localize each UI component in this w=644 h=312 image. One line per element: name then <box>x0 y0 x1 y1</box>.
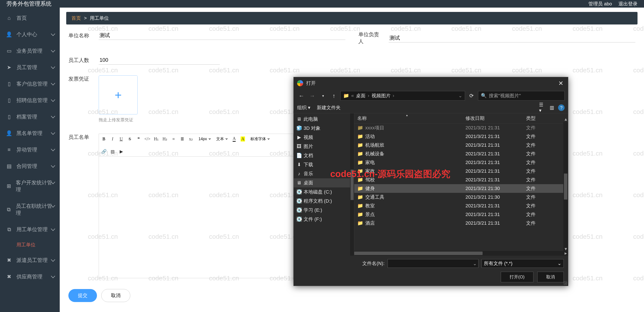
editor-body[interactable] <box>99 157 293 278</box>
sidebar-item-0[interactable]: ⌂首页 <box>0 10 60 26</box>
path-crumb-1[interactable]: 视频图片 <box>372 92 390 99</box>
h-scrollbar[interactable]: ◂ ▸ <box>354 251 568 256</box>
file-row[interactable]: 📁酒店2021/3/21 21:31文件 <box>354 219 568 228</box>
tree-item-4[interactable]: 📄文档 <box>294 151 354 160</box>
sidebar-item-4[interactable]: ▯客户信息管理 <box>0 76 60 92</box>
view-list-icon[interactable]: ☰ ▾ <box>539 104 546 111</box>
cancel-button[interactable]: 取消 <box>101 289 130 302</box>
back-button[interactable]: ← <box>297 91 306 100</box>
tree-item-6[interactable]: ♪音乐 <box>294 169 354 178</box>
tree-item-11[interactable]: 💽文件 (F:) <box>294 215 354 224</box>
v-scrollbar[interactable]: ▴ ▾ <box>563 122 568 251</box>
tree-item-10[interactable]: 💽学习 (E:) <box>294 206 354 215</box>
strike-button[interactable]: S <box>127 136 133 142</box>
file-row[interactable]: 📁家电2021/3/21 21:31文件 <box>354 158 568 167</box>
sidebar-item-6[interactable]: ▯档案管理 <box>0 109 60 125</box>
italic-button[interactable]: I <box>110 136 115 142</box>
sidebar-sub-active[interactable]: 用工单位 <box>0 238 60 252</box>
tree-item-1[interactable]: 🧊3D 对象 <box>294 124 354 133</box>
font-color-button[interactable]: A <box>231 136 237 142</box>
new-folder-button[interactable]: 新建文件夹 <box>317 104 340 111</box>
link-button[interactable]: 🔗 <box>101 148 107 155</box>
sidebar-item-3[interactable]: ➤员工管理 <box>0 59 60 76</box>
col-date[interactable]: 修改日期 <box>466 115 526 121</box>
tree-item-5[interactable]: ⬇下载 <box>294 160 354 169</box>
sidebar-item-2[interactable]: ▭业务员管理 <box>0 43 60 59</box>
sidebar-item-14[interactable]: ✖供应商管理 <box>0 268 60 285</box>
file-row[interactable]: 📁健身2021/3/21 21:30文件 <box>354 184 568 193</box>
up-button[interactable]: ↑ <box>330 91 338 100</box>
logout-link[interactable]: 退出登录 <box>618 1 638 7</box>
sidebar-item-11[interactable]: ⧉员工在职统计管理 <box>0 198 60 221</box>
sidebar-item-10[interactable]: ⊞客户开发统计管理 <box>0 175 60 198</box>
sidebar-item-9[interactable]: ▤合同管理 <box>0 158 60 175</box>
list-ol-button[interactable]: ≡ <box>171 136 176 142</box>
scroll-up-icon[interactable]: ▴ <box>563 117 568 121</box>
upload-box[interactable]: + <box>99 75 138 114</box>
sidebar-item-12[interactable]: ⧉用工单位管理 <box>0 221 60 238</box>
path-bar[interactable]: 📁 « 桌面 › 视频图片 › ⌄ <box>340 91 465 100</box>
sidebar-item-8[interactable]: ≡异动管理 <box>0 141 60 158</box>
tree-item-7[interactable]: 🖥桌面 <box>294 178 354 187</box>
submit-button[interactable]: 提交 <box>68 289 97 302</box>
resize-grip[interactable] <box>563 281 567 285</box>
h2-button[interactable]: H₂ <box>162 136 168 142</box>
filename-dropdown-icon[interactable]: ⌄ <box>473 261 477 266</box>
font-family-select[interactable]: 标准字体 <box>249 136 270 142</box>
unit-person-input[interactable] <box>389 34 635 43</box>
path-dropdown-icon[interactable]: ⌄ <box>458 93 462 99</box>
scroll-down-icon[interactable]: ▾ <box>563 247 568 251</box>
search-input[interactable]: 🔍 搜索"视频图片" <box>478 91 564 100</box>
organize-menu[interactable]: 组织 ▾ <box>297 104 310 111</box>
filename-input[interactable] <box>388 259 478 268</box>
dialog-cancel-button[interactable]: 取消 <box>537 272 564 282</box>
path-crumb-0[interactable]: 桌面 <box>356 92 366 99</box>
recent-button[interactable]: ▾ <box>319 91 328 100</box>
code-button[interactable]: </> <box>144 136 150 142</box>
video-button[interactable]: ▶ <box>118 148 124 155</box>
h1-button[interactable]: H₁ <box>154 136 159 142</box>
view-detail-icon[interactable]: ▥ <box>548 104 555 111</box>
underline-button[interactable]: U <box>118 136 124 142</box>
sidebar-item-7[interactable]: 👤黑名单管理 <box>0 125 60 141</box>
tree-item-8[interactable]: 💽本地磁盘 (C:) <box>294 187 354 197</box>
tree-item-0[interactable]: 🖥此电脑 <box>294 115 354 124</box>
tree-item-9[interactable]: 💽程序文档 (D:) <box>294 197 354 206</box>
sidebar-item-13[interactable]: ✖派遣员工管理 <box>0 252 60 268</box>
tree-scrollbar[interactable] <box>350 113 354 256</box>
sidebar-item-1[interactable]: 👤个人中心 <box>0 26 60 43</box>
quote-button[interactable]: ❝ <box>136 136 141 142</box>
file-row[interactable]: 📁交通工具2021/3/21 21:30文件 <box>354 193 568 202</box>
file-row[interactable]: 📁机场航班2021/3/21 21:31文件 <box>354 141 568 149</box>
file-row[interactable]: 📁活动2021/3/21 21:31文件 <box>354 132 568 141</box>
file-row[interactable]: 📁家政2021/3/21 21:31文件 <box>354 167 568 176</box>
unit-name-input[interactable] <box>99 31 345 40</box>
file-row[interactable]: 📁教室2021/3/21 21:31文件 <box>354 202 568 210</box>
breadcrumb-home[interactable]: 首页 <box>72 15 81 22</box>
bg-color-button[interactable]: A <box>240 136 246 142</box>
open-button[interactable]: 打开(O) <box>501 272 534 282</box>
help-icon[interactable]: ? <box>558 104 564 111</box>
tree-item-2[interactable]: ▶视频 <box>294 133 354 142</box>
refresh-button[interactable]: ⟳ <box>467 93 476 99</box>
font-size-select[interactable]: 14px <box>197 136 212 142</box>
file-row[interactable]: 📁驾校2021/3/21 21:31文件 <box>354 176 568 184</box>
folder-icon: 📁 <box>357 212 363 217</box>
file-row[interactable]: 📁xxxx项目2021/3/21 21:31文件 <box>354 123 568 132</box>
sidebar-item-5[interactable]: ▯招聘信息管理 <box>0 92 60 109</box>
bold-button[interactable]: B <box>101 136 107 142</box>
staff-count-input[interactable] <box>99 56 220 65</box>
file-filter-select[interactable]: 所有文件 (*.*)⌄ <box>482 259 564 268</box>
tree-item-3[interactable]: 🖼图片 <box>294 142 354 151</box>
font-style-select[interactable]: 文本 <box>214 136 228 142</box>
forward-button[interactable]: → <box>308 91 316 100</box>
subscript-button[interactable]: x₂ <box>188 136 194 142</box>
admin-label[interactable]: 管理员 abo <box>588 1 612 7</box>
file-row[interactable]: 📁机械设备2021/3/21 21:31文件 <box>354 149 568 158</box>
col-name[interactable]: 名称 <box>357 115 466 121</box>
close-button[interactable]: ✕ <box>557 79 564 87</box>
list-ul-button[interactable]: ≣ <box>180 136 185 142</box>
image-button[interactable]: ▧ <box>110 148 115 155</box>
file-row[interactable]: 📁景点2021/3/21 21:31文件 <box>354 210 568 219</box>
col-type[interactable]: 类型 <box>526 115 548 121</box>
